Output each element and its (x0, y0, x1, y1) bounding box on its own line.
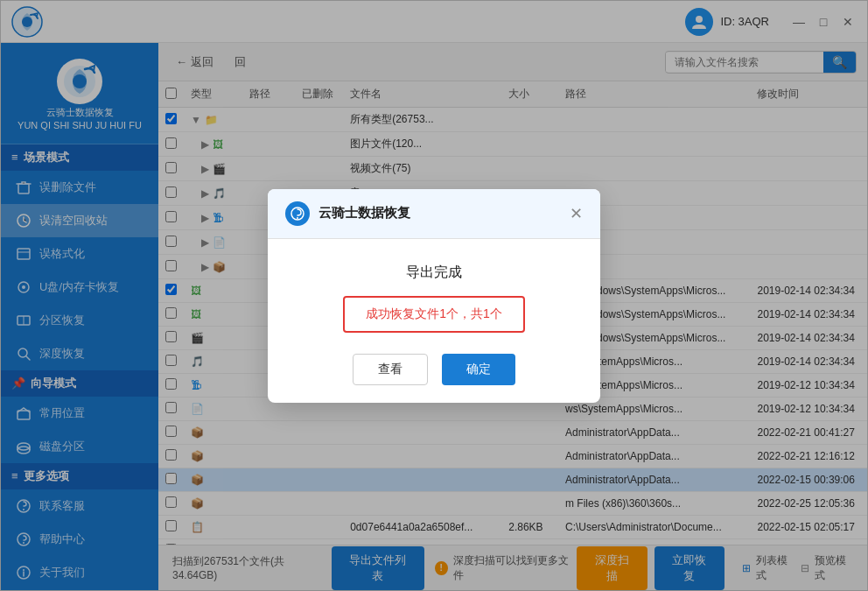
svg-point-30 (297, 217, 298, 219)
modal-header: 云骑士数据恢复 ✕ (268, 189, 600, 239)
modal-view-button[interactable]: 查看 (353, 354, 428, 385)
modal-body: 导出完成 成功恢复文件1个，共1个 查看 确定 (268, 239, 600, 403)
modal-dialog: 云骑士数据恢复 ✕ 导出完成 成功恢复文件1个，共1个 查看 确定 (268, 189, 600, 403)
modal-heading: 导出完成 (289, 264, 579, 282)
modal-message: 成功恢复文件1个，共1个 (343, 296, 525, 333)
modal-overlay[interactable]: 云骑士数据恢复 ✕ 导出完成 成功恢复文件1个，共1个 查看 确定 (0, 0, 868, 591)
modal-title: 云骑士数据恢复 (318, 205, 410, 222)
modal-close-button[interactable]: ✕ (570, 204, 583, 223)
modal-actions: 查看 确定 (289, 354, 579, 385)
modal-logo-icon (285, 201, 310, 226)
modal-confirm-button[interactable]: 确定 (442, 354, 515, 385)
